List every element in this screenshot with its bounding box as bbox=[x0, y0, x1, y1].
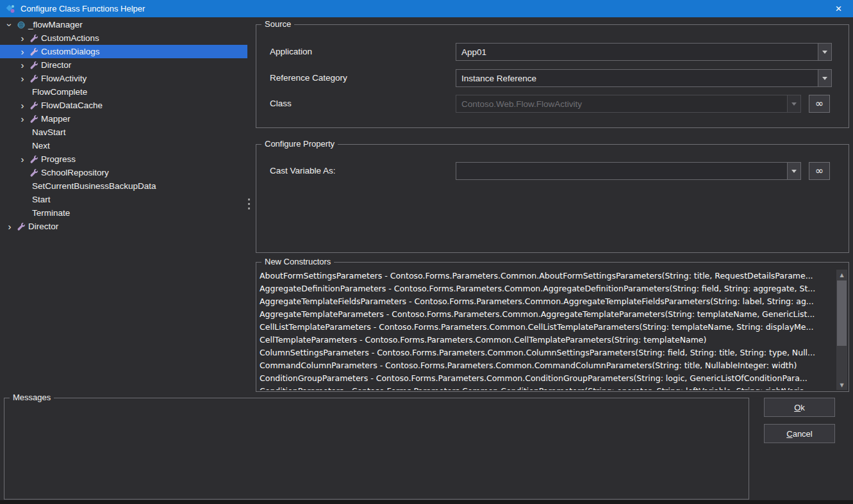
dropdown-arrow-icon[interactable] bbox=[818, 70, 831, 86]
source-group: Source Application App01 Reference Categ… bbox=[256, 24, 849, 128]
tree-item-customdialogs[interactable]: › CustomDialogs bbox=[0, 45, 247, 58]
link-icon: ∞ bbox=[815, 166, 824, 176]
scroll-up-icon[interactable]: ▲ bbox=[836, 270, 847, 280]
chevron-right-icon[interactable]: › bbox=[17, 154, 28, 165]
class-link-button[interactable]: ∞ bbox=[809, 95, 830, 113]
cancel-button[interactable]: Cancel bbox=[764, 424, 835, 443]
chevron-right-icon[interactable]: › bbox=[17, 33, 28, 44]
tree-item-flowactivity[interactable]: › FlowActivity bbox=[0, 72, 247, 85]
chevron-right-icon[interactable]: › bbox=[17, 113, 28, 125]
reference-category-select[interactable]: Instance Reference bbox=[456, 69, 832, 87]
tree-item-customactions[interactable]: › CustomActions bbox=[0, 31, 247, 45]
tree-item-label: Terminate bbox=[32, 208, 70, 218]
ok-button[interactable]: Ok bbox=[764, 398, 835, 417]
reference-category-label: Reference Category bbox=[270, 73, 347, 83]
tree-item-terminate[interactable]: Terminate bbox=[0, 206, 247, 220]
tree-item-start[interactable]: Start bbox=[0, 193, 247, 206]
window-title: Configure Class Functions Helper bbox=[21, 4, 145, 13]
tree-item-mapper[interactable]: › Mapper bbox=[0, 112, 247, 126]
tree-item-label: FlowActivity bbox=[41, 74, 87, 83]
tree-item-director[interactable]: › Director bbox=[0, 58, 247, 72]
tree-item-label: FlowComplete bbox=[32, 87, 87, 97]
constructor-list-item[interactable]: AggregateTemplateParameters - Contoso.Fo… bbox=[258, 308, 836, 321]
ok-button-label: Ok bbox=[794, 403, 805, 412]
cast-variable-label: Cast Variable As: bbox=[270, 166, 336, 175]
tree-item-setcurrentbusinessbackupdata[interactable]: SetCurrentBusinessBackupData bbox=[0, 179, 247, 193]
reference-category-value: Instance Reference bbox=[456, 70, 818, 86]
method-icon bbox=[15, 222, 27, 231]
tree-item-flowcomplete[interactable]: FlowComplete bbox=[0, 85, 247, 99]
tree-item-label: Progress bbox=[41, 154, 76, 164]
method-icon bbox=[28, 101, 40, 110]
constructor-list-item[interactable]: AboutFormSettingsParameters - Contoso.Fo… bbox=[258, 270, 836, 282]
tree-item-navstart[interactable]: NavStart bbox=[0, 126, 247, 139]
tree-item-label: CustomActions bbox=[41, 33, 99, 43]
dropdown-arrow-icon bbox=[787, 95, 800, 112]
constructors-list: AboutFormSettingsParameters - Contoso.Fo… bbox=[258, 270, 836, 390]
scroll-down-icon[interactable]: ▼ bbox=[836, 380, 847, 390]
chevron-right-icon[interactable]: › bbox=[4, 221, 15, 232]
configure-property-group-title: Configure Property bbox=[261, 139, 338, 149]
messages-group-title: Messages bbox=[10, 393, 54, 402]
new-constructors-group-title: New Constructors bbox=[261, 257, 334, 266]
source-group-title: Source bbox=[261, 19, 294, 29]
constructor-list-item[interactable]: ConditionGroupParameters - Contoso.Forms… bbox=[258, 372, 836, 385]
cancel-button-label: Cancel bbox=[786, 429, 812, 439]
chevron-right-icon[interactable]: › bbox=[17, 100, 28, 111]
tree-item-label: NavStart bbox=[32, 127, 66, 137]
constructor-list-item[interactable]: ColumnSettingsParameters - Contoso.Forms… bbox=[258, 346, 836, 359]
new-constructors-group: New Constructors AboutFormSettingsParame… bbox=[256, 262, 849, 392]
method-icon bbox=[28, 168, 40, 177]
chevron-right-icon[interactable]: › bbox=[17, 46, 28, 58]
chevron-expanded-icon[interactable]: › bbox=[4, 19, 15, 31]
tree-item-label: FlowDataCache bbox=[41, 101, 103, 110]
constructor-list-item[interactable]: ConditionParameters - Contoso.Forms.Para… bbox=[258, 385, 836, 390]
scrollbar-thumb[interactable] bbox=[837, 280, 847, 346]
tree-item-next[interactable]: Next bbox=[0, 139, 247, 152]
tree-item-flowdatacache[interactable]: › FlowDataCache bbox=[0, 99, 247, 112]
cast-variable-link-button[interactable]: ∞ bbox=[809, 162, 830, 180]
chevron-right-icon[interactable]: › bbox=[17, 73, 28, 85]
constructor-list-item[interactable]: CommandColumnParameters - Contoso.Forms.… bbox=[258, 359, 836, 372]
dropdown-arrow-icon[interactable] bbox=[818, 44, 831, 60]
tree-item-flowmanager[interactable]: › _flowManager bbox=[0, 18, 247, 31]
link-icon: ∞ bbox=[815, 99, 824, 109]
tree-item-label: Director bbox=[41, 60, 71, 70]
close-icon[interactable]: × bbox=[824, 0, 853, 17]
class-value: Contoso.Web.Flow.FlowActivity bbox=[456, 95, 787, 112]
class-select: Contoso.Web.Flow.FlowActivity bbox=[456, 95, 801, 113]
tree-item-label: SchoolRepository bbox=[41, 168, 109, 177]
dialog-configure-class-functions-helper: Configure Class Functions Helper × › _fl… bbox=[0, 0, 853, 504]
splitter-grip-icon[interactable] bbox=[248, 199, 250, 209]
method-icon bbox=[28, 115, 40, 124]
tree-item-label: Start bbox=[32, 195, 51, 204]
tree-item-label: _flowManager bbox=[28, 20, 83, 29]
chevron-right-icon[interactable]: › bbox=[17, 60, 28, 71]
application-label: Application bbox=[270, 47, 312, 56]
messages-group: Messages bbox=[4, 398, 749, 500]
application-value: App01 bbox=[456, 44, 818, 60]
title-bar: Configure Class Functions Helper × bbox=[0, 0, 853, 17]
class-label: Class bbox=[270, 99, 292, 108]
constructors-scrollbar[interactable]: ▲ ▼ bbox=[836, 270, 847, 390]
cast-variable-select[interactable] bbox=[456, 162, 801, 180]
method-icon bbox=[28, 155, 40, 164]
tree-item-label: Next bbox=[32, 141, 50, 150]
method-icon bbox=[28, 74, 40, 83]
tree-item-director-root[interactable]: › Director bbox=[0, 220, 247, 233]
constructor-list-item[interactable]: CellListTemplateParameters - Contoso.For… bbox=[258, 321, 836, 334]
configure-property-group: Configure Property Cast Variable As: ∞ bbox=[256, 144, 849, 253]
constructor-list-item[interactable]: AggregateDefinitionParameters - Contoso.… bbox=[258, 282, 836, 295]
tree-item-label: SetCurrentBusinessBackupData bbox=[32, 181, 156, 191]
namespace-icon bbox=[15, 20, 27, 29]
tree-item-schoolrepository[interactable]: SchoolRepository bbox=[0, 166, 247, 179]
taskbar-sliver bbox=[0, 500, 853, 504]
tree-item-label: Mapper bbox=[41, 114, 70, 124]
cast-variable-value bbox=[456, 163, 787, 179]
application-select[interactable]: App01 bbox=[456, 43, 832, 61]
constructor-list-item[interactable]: CellTemplateParameters - Contoso.Forms.P… bbox=[258, 334, 836, 346]
tree-item-progress[interactable]: › Progress bbox=[0, 152, 247, 166]
tree-item-label: Director bbox=[28, 222, 58, 231]
constructor-list-item[interactable]: AggregateTemplateFieldsParameters - Cont… bbox=[258, 295, 836, 308]
dropdown-arrow-icon[interactable] bbox=[787, 163, 800, 179]
